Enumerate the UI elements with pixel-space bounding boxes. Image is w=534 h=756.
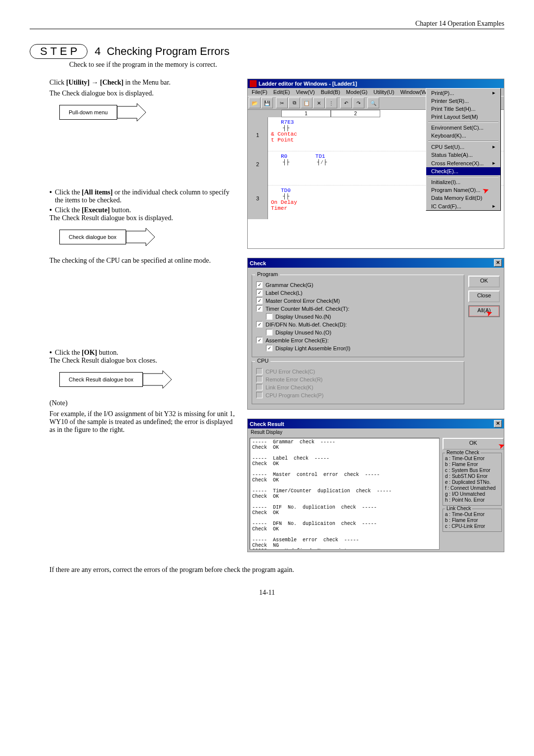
- menu-initialize[interactable]: Initialize(I)...: [426, 178, 500, 186]
- chk-label[interactable]: ✓Label Check(L): [256, 289, 460, 296]
- instruction-1: Click [Utility] → [Check] in the Menu ba…: [49, 79, 237, 87]
- chk-unused-o[interactable]: Display Unused No.(O): [266, 329, 460, 335]
- check-dialog: Check ✕ ✓Grammar Check(G) ✓Label Check(L…: [247, 258, 504, 410]
- tool-copy-icon[interactable]: ⧉: [288, 97, 300, 108]
- rung-num-3: 3: [248, 186, 268, 219]
- menu-printer-set[interactable]: Printer Set(R)...: [426, 97, 500, 105]
- link-check-group: a : Time-Out Error b : Flame Error c : C…: [443, 509, 502, 532]
- remote-check-group: a : Time-Out Error b : Flame Error c : S…: [443, 453, 502, 506]
- check-result-dialog: Check Result ✕ Result Display ----- Gram…: [247, 419, 504, 552]
- menu-mode[interactable]: Mode(G): [343, 88, 370, 96]
- step-title-text: Checking Program Errors: [107, 45, 229, 57]
- bottom-note: If there are any errors, correct the err…: [49, 566, 504, 574]
- chk-link-err: Link Error Check(K): [256, 384, 460, 390]
- tool-open-icon[interactable]: 📂: [249, 97, 261, 108]
- chk-grammar[interactable]: ✓Grammar Check(G): [256, 282, 460, 288]
- tool-find-icon[interactable]: 🔍: [367, 97, 379, 108]
- callout-pulldown: Pull-down menu: [59, 102, 237, 122]
- close-icon[interactable]: ✕: [494, 420, 502, 427]
- callout-box-1: Pull-down menu: [59, 105, 117, 120]
- chk-cpu-prog: CPU Program Check(P): [256, 392, 460, 398]
- callout-result: Check Result dialogue box: [59, 370, 237, 389]
- app-icon: [250, 80, 257, 87]
- menu-check[interactable]: Check(E)...: [426, 167, 500, 175]
- chk-dif[interactable]: ✓DIF/DFN No. Multi-def. Check(D):: [256, 321, 460, 328]
- menu-file[interactable]: File(F): [249, 88, 270, 96]
- callout-check: Check dialogue box: [59, 227, 237, 247]
- instruction-3: The checking of the CPU can be specified…: [49, 257, 237, 265]
- ladder-title: Ladder editor for Windows - [Ladder1]: [259, 81, 357, 87]
- menu-utility[interactable]: Utility(U): [370, 88, 397, 96]
- instruction-1b: The Check dialogue box is displayed.: [49, 90, 237, 97]
- result-ok-button[interactable]: OK ➤: [443, 438, 504, 450]
- tool-sep-icon[interactable]: ⋮: [325, 97, 337, 108]
- menu-cpu-set[interactable]: CPU Set(U)...▸: [426, 142, 500, 151]
- menu-edit[interactable]: Edit(E): [270, 88, 293, 96]
- menu-print-layout[interactable]: Print Layout Set(M): [426, 113, 500, 121]
- result-label: Result Display: [248, 428, 504, 436]
- callout-box-2: Check dialogue box: [59, 230, 126, 244]
- menu-cross-ref[interactable]: Cross Reference(X)...▸: [426, 159, 500, 167]
- chapter-header: Chapter 14 Operation Examples: [30, 20, 504, 29]
- instruction-4: The Check Result dialogue box closes.: [49, 357, 237, 365]
- ladder-tab-1[interactable]: 1: [281, 110, 331, 117]
- close-icon[interactable]: ✕: [494, 259, 502, 267]
- tool-redo-icon[interactable]: ↷: [353, 97, 364, 108]
- menu-build[interactable]: Build(B): [318, 88, 343, 96]
- ladder-titlebar: Ladder editor for Windows - [Ladder1]: [248, 79, 504, 88]
- tool-delete-icon[interactable]: ✕: [313, 97, 325, 108]
- check-dlg-title: Check: [250, 260, 266, 266]
- note-text: For example, if the I/O assignment of bi…: [49, 410, 237, 434]
- bullet-3: • Click the [OK] button.: [49, 349, 237, 357]
- menu-view[interactable]: View(V): [293, 88, 317, 96]
- note-heading: (Note): [49, 399, 237, 407]
- cursor-icon: ➤: [497, 441, 506, 450]
- menu-keyboard[interactable]: Keyboard(K)...: [426, 132, 500, 140]
- ladder-window: Ladder editor for Windows - [Ladder1] Fi…: [247, 79, 504, 249]
- tool-cut-icon[interactable]: ✂: [276, 97, 288, 108]
- callout-arrow-icon: [143, 370, 173, 389]
- ladder-tab-2[interactable]: 2: [331, 110, 380, 117]
- bullet-2: • Click the [Execute] button.: [49, 206, 237, 214]
- callout-arrow-icon: [126, 227, 156, 247]
- all-button[interactable]: All(A): [468, 305, 500, 317]
- callout-arrow-icon: [117, 102, 147, 122]
- menu-program-name[interactable]: Program Name(O)...: [426, 186, 500, 194]
- step-title: 4 Checking Program Errors: [94, 45, 229, 58]
- chk-unused-n[interactable]: Display Unused No.(N): [266, 313, 460, 320]
- chk-timer[interactable]: ✓Timer Counter Multi-def. Check(T):: [256, 305, 460, 312]
- menu-print[interactable]: Print(P)...▸: [426, 89, 500, 97]
- step-pill: STEP: [30, 44, 88, 59]
- subtitle: Check to see if the program in the memor…: [69, 61, 504, 69]
- step-number: 4: [94, 45, 100, 57]
- menu-env-set[interactable]: Environment Set(C)...: [426, 124, 500, 132]
- program-group: ✓Grammar Check(G) ✓Label Check(L) ✓Maste…: [252, 275, 464, 357]
- menu-print-title[interactable]: Print Title Set(H)...: [426, 105, 500, 113]
- tool-undo-icon[interactable]: ↶: [340, 97, 352, 108]
- chk-remote-err: Remote Error Check(R): [256, 376, 460, 382]
- tool-save-icon[interactable]: 💾: [261, 97, 273, 108]
- result-title: Check Result: [250, 421, 284, 427]
- menu-data-mem[interactable]: Data Memory Edit(D): [426, 194, 500, 202]
- rung-num-2: 2: [248, 151, 268, 186]
- cpu-group: CPU Error Check(C) Remote Error Check(R)…: [252, 361, 464, 404]
- menu-ic-card[interactable]: IC Card(F)...▸: [426, 202, 500, 210]
- ok-button[interactable]: OK: [468, 276, 500, 287]
- page-number: 14-11: [30, 589, 504, 597]
- callout-box-3: Check Result dialogue box: [59, 372, 143, 387]
- chk-master[interactable]: ✓Master Control Error Check(M): [256, 297, 460, 304]
- tool-paste-icon[interactable]: 📋: [301, 97, 312, 108]
- chk-light-asm[interactable]: ✓Display Light Assemble Error(I): [266, 345, 460, 351]
- menu-status-table[interactable]: Status Table(A)...: [426, 151, 500, 159]
- bullet-1: • Click the [All items] or the individua…: [49, 189, 237, 204]
- rung-num-1: 1: [248, 117, 268, 151]
- instruction-2: The Check Result dialogue box is display…: [49, 214, 237, 222]
- chk-cpu-err: CPU Error Check(C): [256, 368, 460, 375]
- close-button[interactable]: Close: [468, 290, 500, 302]
- result-textarea[interactable]: ----- Grammar check ----- Check OK -----…: [250, 438, 440, 550]
- chk-assemble[interactable]: ✓Assemble Error Check(E):: [256, 337, 460, 343]
- utility-menu: Print(P)...▸ Printer Set(R)... Print Tit…: [426, 88, 501, 211]
